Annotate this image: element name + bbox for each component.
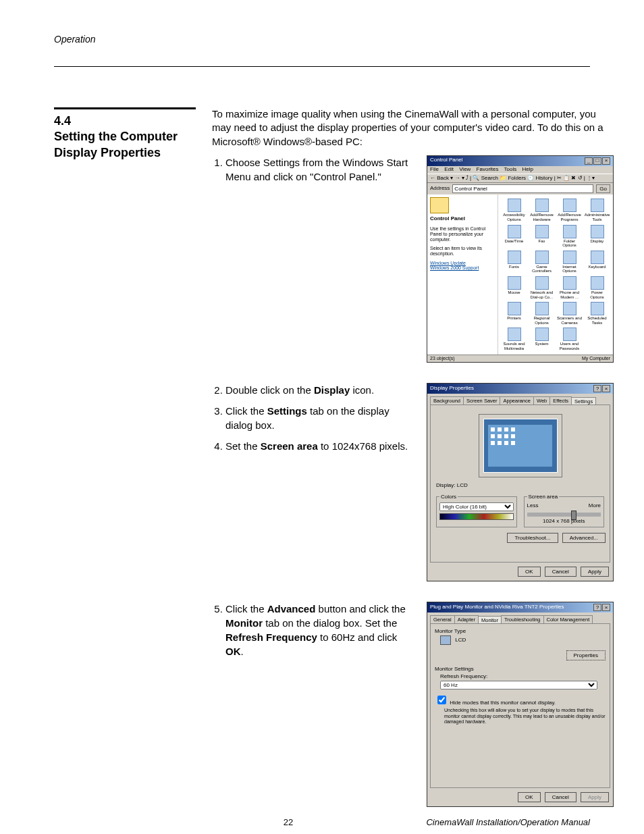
cp-left-hint: Select an item to view its description. <box>430 246 495 256</box>
section-heading-block: 4.4 Setting the Computer Display Propert… <box>54 107 196 161</box>
apply-button[interactable]: Apply <box>581 567 609 577</box>
monitor-type-value: LCD <box>455 637 466 643</box>
toolbar[interactable]: ← Back ▾ → ▾ ⤴ | 🔍 Search 📁 Folders 🕘 Hi… <box>427 174 613 184</box>
cp-item-label: Administrative Tools <box>584 213 610 221</box>
cp-item[interactable]: Fax <box>529 225 555 248</box>
cp-item[interactable]: System <box>529 328 555 350</box>
screenarea-legend: Screen area <box>527 494 560 500</box>
cp-item[interactable]: Users and Passwords <box>556 328 583 350</box>
cp-item-icon <box>563 302 576 315</box>
control-panel-folder-icon <box>430 197 449 213</box>
cp-item-label: Scheduled Tasks <box>584 316 610 325</box>
cp-item-label: Fonts <box>501 265 527 269</box>
tab-colormgmt[interactable]: Color Management <box>543 615 593 623</box>
cp-item[interactable]: Add/Remove Hardware <box>529 199 555 221</box>
cp-item-icon <box>535 251 549 264</box>
cp-item-icon <box>535 328 549 341</box>
refresh-label: Refresh Frequency: <box>440 673 606 679</box>
cp-item[interactable]: Printers <box>501 302 527 325</box>
cp-item[interactable]: Network and Dial-up Co... <box>529 276 555 299</box>
cp-item-icon <box>563 328 576 341</box>
cp-item-icon <box>591 199 604 212</box>
page-number: 22 <box>268 817 308 827</box>
cp-item[interactable]: Folder Options <box>556 225 583 248</box>
footer-left <box>54 817 189 827</box>
cp-item[interactable]: Scanners and Cameras <box>556 302 583 325</box>
cp-item[interactable]: Add/Remove Programs <box>556 199 583 221</box>
cp-item-icon <box>563 199 576 212</box>
cp-item[interactable]: Accessibility Options <box>501 199 527 221</box>
cp-item[interactable]: Keyboard <box>584 251 610 273</box>
ok-button[interactable]: OK <box>518 792 541 802</box>
cp-item[interactable]: Sounds and Multimedia <box>501 328 527 350</box>
tab-screensaver[interactable]: Screen Saver <box>463 396 500 405</box>
cp-item-icon <box>591 225 604 238</box>
color-swatch <box>439 513 514 520</box>
address-label: Address <box>430 186 450 192</box>
go-button[interactable]: Go <box>596 184 610 193</box>
cp-item[interactable]: Display <box>584 225 610 248</box>
link-windows-update[interactable]: Windows Update <box>430 261 495 266</box>
tab-effects[interactable]: Effects <box>549 396 572 405</box>
cp-item[interactable]: Scheduled Tasks <box>584 302 610 325</box>
dialog-title: Plug and Play Monitor and NVidia Riva TN… <box>430 604 564 611</box>
cp-item-icon <box>591 251 604 264</box>
tab-general[interactable]: General <box>430 615 455 623</box>
cp-item-label: Keyboard <box>584 265 610 269</box>
cp-item-label: Add/Remove Programs <box>556 213 583 221</box>
section-title-l1: Setting the Computer <box>54 130 178 143</box>
step-4: Set the Screen area to 1024x768 pixels. <box>225 439 414 453</box>
properties-button[interactable]: Properties <box>566 650 606 660</box>
cp-left-title: Control Panel <box>430 216 495 222</box>
dialog-controls[interactable]: ?× <box>593 604 610 611</box>
cp-item-label: Display <box>584 239 610 244</box>
dialog-title: Display Properties <box>430 385 474 392</box>
tab-background[interactable]: Background <box>430 396 464 405</box>
link-windows-support[interactable]: Windows 2000 Support <box>430 265 495 271</box>
display-value: LCD <box>457 482 468 488</box>
status-right: My Computer <box>582 356 610 361</box>
cp-item[interactable]: Date/Time <box>501 225 527 248</box>
cp-item-label: Users and Passwords <box>556 342 583 350</box>
window-controls[interactable]: _□× <box>584 157 610 165</box>
screenshot-display-properties: Display Properties ?× Background Screen … <box>427 383 614 581</box>
address-input[interactable] <box>452 184 593 193</box>
troubleshoot-button[interactable]: Troubleshoot... <box>507 533 558 543</box>
cancel-button[interactable]: Cancel <box>545 792 576 802</box>
cp-item-label: Date/Time <box>501 239 527 244</box>
cp-item[interactable]: Regional Options <box>529 302 555 325</box>
cp-item[interactable]: Administrative Tools <box>584 199 610 221</box>
cancel-button[interactable]: Cancel <box>545 567 576 577</box>
screenarea-slider[interactable] <box>527 513 601 517</box>
menubar[interactable]: File Edit View Favorites Tools Help <box>427 166 613 174</box>
cp-item-icon <box>591 302 604 315</box>
hide-modes-checkbox[interactable] <box>437 696 446 704</box>
cp-item-icon <box>508 225 521 238</box>
colors-select[interactable]: High Color (16 bit) <box>439 502 514 511</box>
cp-item[interactable]: Power Options <box>584 276 610 299</box>
apply-button[interactable]: Apply <box>581 792 609 802</box>
cp-item-label: Phone and Modem ... <box>556 290 583 299</box>
cp-item-icon <box>508 251 521 264</box>
cp-item[interactable]: Internet Options <box>556 251 583 273</box>
cp-item[interactable]: Fonts <box>501 251 527 273</box>
cp-item-icon <box>508 328 521 341</box>
refresh-select[interactable]: 60 Hz <box>440 681 597 689</box>
window-title: Control Panel <box>430 157 462 165</box>
dialog-controls[interactable]: ?× <box>593 385 610 392</box>
advanced-button[interactable]: Advanced... <box>562 533 606 543</box>
monitor-preview <box>479 415 562 477</box>
tab-appearance[interactable]: Appearance <box>500 396 533 405</box>
cp-item-label: Fax <box>529 239 555 244</box>
ok-button[interactable]: OK <box>518 567 541 577</box>
tab-web[interactable]: Web <box>533 396 550 405</box>
tab-adapter[interactable]: Adapter <box>454 615 479 623</box>
cp-item-label: Game Controllers <box>529 265 555 273</box>
cp-item-label: Mouse <box>501 290 527 295</box>
cp-item-icon <box>563 225 576 238</box>
cp-item[interactable]: Mouse <box>501 276 527 299</box>
cp-left-desc: Use the settings in Control Panel to per… <box>430 226 495 242</box>
cp-item[interactable]: Game Controllers <box>529 251 555 273</box>
tab-troubleshooting[interactable]: Troubleshooting <box>501 615 544 623</box>
cp-item[interactable]: Phone and Modem ... <box>556 276 583 299</box>
